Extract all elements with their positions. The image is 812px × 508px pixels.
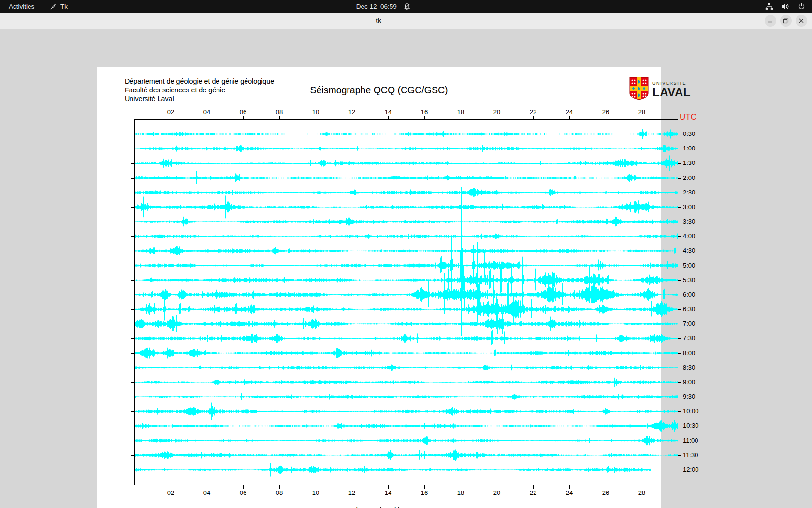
row-tick-right <box>678 163 682 164</box>
gnome-top-bar: Activities Tk Dec 12 06:59 <box>0 0 812 13</box>
x-tick-label-top: 20 <box>493 108 500 116</box>
row-tick-right <box>678 178 682 179</box>
row-tick-left <box>131 193 134 193</box>
utc-label: UTC <box>680 112 696 122</box>
x-tick-bottom <box>606 485 606 489</box>
row-tick-right <box>678 368 682 368</box>
row-time-label: 5:00 <box>683 262 695 269</box>
row-time-label: 4:30 <box>683 247 695 254</box>
x-tick-top <box>279 116 280 119</box>
x-tick-label-bottom: 22 <box>530 489 536 496</box>
x-tick-bottom <box>569 485 570 489</box>
x-tick-bottom <box>424 485 425 489</box>
row-tick-left <box>131 338 134 339</box>
row-time-label: 1:00 <box>683 145 695 152</box>
x-tick-bottom <box>243 485 244 489</box>
x-tick-bottom <box>533 485 534 489</box>
x-tick-top <box>316 116 316 119</box>
x-tick-label-top: 14 <box>385 108 392 116</box>
row-tick-right <box>678 382 682 383</box>
x-axis-title: Minutes écoulées <box>97 506 661 508</box>
row-tick-left <box>131 324 134 324</box>
activities-button[interactable]: Activities <box>6 0 37 13</box>
row-tick-left <box>131 207 134 208</box>
row-tick-right <box>678 193 682 193</box>
x-tick-label-top: 26 <box>602 108 609 116</box>
row-tick-left <box>131 134 134 134</box>
x-tick-label-bottom: 10 <box>312 489 319 496</box>
x-tick-top <box>642 116 642 119</box>
seismograph-page: Département de géologie et de génie géol… <box>97 67 661 508</box>
x-tick-label-top: 22 <box>530 108 536 116</box>
window-content: Département de géologie et de génie géol… <box>0 29 812 508</box>
row-time-label: 7:30 <box>683 334 695 342</box>
x-tick-bottom <box>388 485 389 489</box>
window-titlebar[interactable]: tk <box>0 13 812 29</box>
x-tick-bottom <box>207 485 207 489</box>
x-tick-label-top: 10 <box>312 108 319 116</box>
page-title: Séismographe QCQ (CGC/GSC) <box>97 85 661 96</box>
x-tick-label-top: 16 <box>421 108 428 116</box>
row-tick-left <box>131 353 134 354</box>
focused-app-menu[interactable]: Tk <box>50 0 68 13</box>
x-tick-label-top: 04 <box>203 108 210 116</box>
row-time-label: 11:30 <box>683 451 698 459</box>
minimize-button[interactable] <box>765 15 776 27</box>
row-tick-right <box>678 266 682 266</box>
row-tick-right <box>678 353 682 354</box>
window-title: tk <box>0 13 757 29</box>
seismograph-trace-canvas <box>134 119 678 485</box>
x-tick-top <box>171 116 171 119</box>
row-time-label: 1:30 <box>683 159 695 167</box>
x-tick-label-top: 02 <box>167 108 174 116</box>
x-tick-label-top: 28 <box>638 108 645 116</box>
row-tick-right <box>678 149 682 149</box>
tk-app-icon <box>50 3 57 10</box>
system-status-area[interactable] <box>765 0 805 13</box>
row-tick-left <box>131 280 134 281</box>
x-tick-bottom <box>171 485 171 489</box>
row-time-label: 4:00 <box>683 232 695 240</box>
close-button[interactable] <box>796 15 807 27</box>
x-tick-top <box>243 116 244 119</box>
x-tick-bottom <box>642 485 642 489</box>
x-tick-label-bottom: 18 <box>457 489 464 496</box>
maximize-button[interactable] <box>780 15 792 27</box>
x-tick-top <box>533 116 534 119</box>
logo-laval-text: LAVAL <box>652 87 691 98</box>
row-time-label: 3:00 <box>683 203 695 211</box>
row-tick-left <box>131 382 134 383</box>
row-tick-left <box>131 368 134 368</box>
row-tick-right <box>678 222 682 222</box>
row-tick-right <box>678 324 682 324</box>
row-time-label: 0:30 <box>683 130 695 138</box>
row-time-label: 7:00 <box>683 320 695 328</box>
x-tick-top <box>461 116 461 119</box>
row-tick-right <box>678 441 682 441</box>
power-icon <box>798 3 805 10</box>
focused-app-label: Tk <box>60 3 68 10</box>
row-tick-right <box>678 338 682 339</box>
logo-universite-text: UNIVERSITÉ <box>652 81 691 86</box>
row-tick-left <box>131 251 134 251</box>
row-tick-right <box>678 236 682 237</box>
row-tick-left <box>131 222 134 222</box>
row-tick-left <box>131 441 134 441</box>
x-tick-bottom <box>352 485 352 489</box>
x-tick-label-bottom: 14 <box>385 489 392 496</box>
x-tick-top <box>569 116 570 119</box>
x-tick-label-bottom: 02 <box>167 489 174 496</box>
row-tick-right <box>678 470 682 470</box>
x-tick-top <box>606 116 606 119</box>
row-tick-right <box>678 411 682 412</box>
x-tick-label-bottom: 08 <box>276 489 283 496</box>
row-time-label: 9:30 <box>683 393 695 401</box>
x-tick-label-top: 12 <box>348 108 355 116</box>
row-tick-right <box>678 207 682 208</box>
x-tick-top <box>424 116 425 119</box>
row-time-label: 8:00 <box>683 349 695 357</box>
x-tick-bottom <box>316 485 316 489</box>
row-tick-left <box>131 236 134 237</box>
clock-menu[interactable]: Dec 12 06:59 <box>356 0 415 13</box>
row-time-label: 11:00 <box>683 437 698 445</box>
